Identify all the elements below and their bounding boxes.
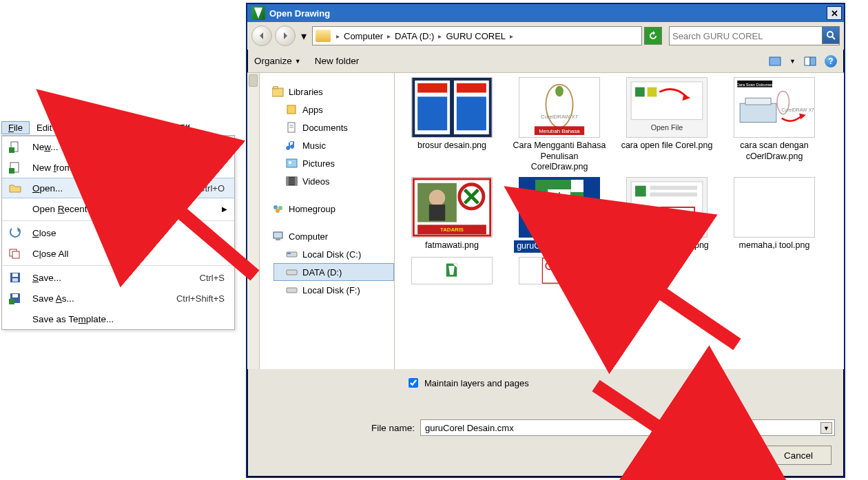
svg-rect-28	[295, 177, 297, 185]
svg-rect-67	[429, 205, 445, 220]
organize-button[interactable]: Organize ▼	[254, 56, 301, 66]
file-name: cara open file Corel.png	[621, 140, 713, 152]
tree-music[interactable]: Music	[273, 136, 394, 154]
svg-rect-20	[287, 105, 296, 114]
svg-rect-3	[9, 168, 14, 174]
view-dropdown-icon[interactable]: ▼	[789, 58, 796, 65]
file-item[interactable]	[509, 257, 610, 287]
file-thumbnail	[411, 77, 493, 138]
open-button[interactable]: Open	[692, 446, 758, 465]
file-item[interactable]: TADARISfatmawati.png	[402, 177, 502, 253]
svg-rect-24	[287, 159, 297, 167]
menu-edit[interactable]: Edit	[30, 121, 59, 134]
close-icon	[9, 227, 21, 239]
tree-apps[interactable]: Apps	[273, 101, 394, 118]
nav-back-button[interactable]	[251, 25, 272, 46]
menu-effects[interactable]: Eff	[172, 121, 197, 134]
tree-homegroup[interactable]: Homegroup	[260, 200, 394, 218]
tree-pictures[interactable]: Pictures	[273, 154, 394, 172]
svg-rect-12	[9, 299, 14, 304]
svg-point-29	[273, 205, 278, 209]
svg-rect-73	[635, 186, 646, 197]
menu-new[interactable]: New...Ctrl+N	[2, 136, 234, 157]
file-name: Cara Mengganti Bahasa Penulisan CorelDra…	[511, 140, 608, 173]
refresh-button[interactable]	[644, 27, 662, 45]
filetype-select[interactable]: All File Formats (*.*) ▼	[671, 419, 835, 436]
tree-scrollbar[interactable]	[247, 73, 260, 369]
dialog-close-button[interactable]: ✕	[827, 6, 842, 20]
crumb-folder[interactable]: GURU COREL	[443, 31, 508, 41]
menu-save[interactable]: Save...Ctrl+S	[2, 267, 234, 288]
nav-history-dropdown[interactable]: ▾	[298, 25, 309, 46]
file-item[interactable]: Cara Scan DokumenCorelDRAW X7cara scan d…	[724, 77, 825, 173]
dialog-bottom: File name: All File Formats (*.*) ▼ Open…	[247, 411, 844, 477]
nav-toolbar: ▾ ▸ Computer▸ DATA (D:)▸ GURU COREL▸ Sea…	[247, 22, 844, 50]
menu-layout[interactable]: Layout	[92, 121, 132, 134]
tree-libraries[interactable]: Libraries	[260, 83, 394, 101]
new-folder-button[interactable]: New folder	[315, 56, 360, 66]
close-all-icon	[9, 247, 21, 260]
view-mode-button[interactable]	[767, 54, 783, 68]
folder-tree[interactable]: Libraries Apps Documents Music Pictures …	[260, 73, 395, 369]
menu-close[interactable]: Close	[2, 222, 234, 243]
svg-text:Cara Scan Dokumen: Cara Scan Dokumen	[736, 83, 773, 87]
file-item[interactable]: guruCorel Desain.cmx	[509, 177, 610, 253]
maintain-layers-checkbox[interactable]: Maintain layers and pages	[406, 376, 529, 390]
preview-pane-button[interactable]	[803, 54, 818, 68]
file-item[interactable]: Merubah BahasaCorelDRAW X7Cara Mengganti…	[509, 77, 610, 173]
dialog-title: Open Drawing	[269, 8, 330, 19]
menu-close-all[interactable]: Close All	[2, 243, 234, 264]
tree-localc[interactable]: Local Disk (C:)	[273, 245, 394, 263]
file-item[interactable]	[402, 257, 502, 287]
svg-rect-16	[805, 57, 810, 65]
dialog-titlebar[interactable]: Open Drawing ✕	[247, 4, 844, 22]
menu-save-as-template[interactable]: Save as Template...	[2, 309, 234, 329]
svg-rect-18	[272, 88, 283, 96]
svg-rect-41	[417, 83, 447, 93]
svg-rect-32	[273, 232, 282, 238]
tree-videos[interactable]: Videos	[273, 172, 394, 190]
file-thumbnail	[519, 177, 600, 238]
search-input[interactable]: Search GURU COREL	[669, 26, 840, 45]
file-thumbnail: TADARIS	[411, 177, 493, 238]
help-button[interactable]: ?	[825, 55, 837, 67]
cancel-button[interactable]: Cancel	[765, 446, 831, 465]
tree-datad[interactable]: DATA (D:)	[273, 263, 394, 281]
file-dropdown-menu: New...Ctrl+N New from Template... Open..…	[1, 136, 235, 330]
nav-forward-button[interactable]	[275, 25, 296, 46]
filename-label: File name:	[371, 423, 415, 433]
svg-rect-53	[648, 87, 657, 97]
svg-rect-9	[12, 278, 18, 282]
svg-rect-42	[457, 83, 486, 93]
svg-rect-36	[287, 270, 297, 275]
tree-localf[interactable]: Local Disk (F:)	[273, 281, 394, 299]
svg-rect-86	[561, 269, 569, 276]
coreldraw-app-icon	[251, 6, 265, 20]
file-list[interactable]: brosur desain.pngMerubah BahasaCorelDRAW…	[395, 73, 844, 369]
menu-save-as[interactable]: Save As...Ctrl+Shift+S	[2, 288, 234, 309]
file-item[interactable]: Open Filecara open file Corel.png	[617, 77, 717, 173]
search-icon[interactable]	[822, 26, 840, 44]
svg-rect-43	[417, 96, 447, 130]
menu-open-recent[interactable]: Open Recent▶	[2, 198, 234, 219]
svg-rect-75	[650, 192, 697, 196]
menu-file[interactable]: File	[1, 121, 30, 134]
filename-input[interactable]	[420, 419, 665, 436]
crumb-computer[interactable]: Computer	[341, 31, 386, 41]
tree-documents[interactable]: Documents	[273, 118, 394, 136]
menu-open[interactable]: Open...Ctrl+O	[2, 178, 234, 198]
maintain-layers-input[interactable]	[409, 378, 418, 388]
file-item[interactable]: memaha,i tool.png	[724, 177, 825, 253]
svg-rect-17	[810, 57, 816, 65]
menu-object[interactable]: Object	[132, 121, 172, 134]
file-item[interactable]: guruCorel Desain.png	[617, 177, 717, 253]
address-breadcrumb[interactable]: ▸ Computer▸ DATA (D:)▸ GURU COREL▸	[312, 26, 642, 45]
svg-rect-78	[734, 178, 814, 237]
svg-point-85	[562, 262, 569, 269]
menu-new-from-template[interactable]: New from Template...	[2, 157, 234, 178]
crumb-drive[interactable]: DATA (D:)	[392, 31, 437, 41]
file-item[interactable]: brosur desain.png	[402, 77, 502, 173]
svg-text:CorelDRAW X7: CorelDRAW X7	[782, 107, 814, 112]
menu-view[interactable]: View	[59, 121, 92, 134]
tree-computer[interactable]: Computer	[260, 227, 394, 245]
